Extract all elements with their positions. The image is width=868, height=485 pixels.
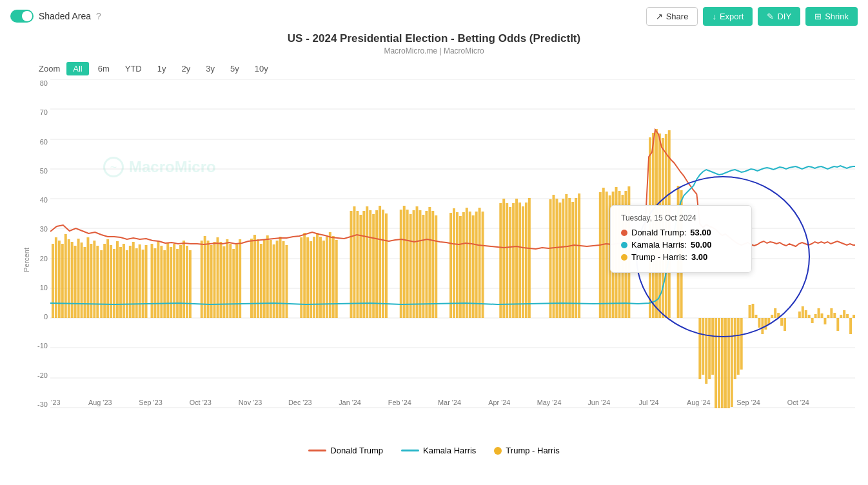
- svg-rect-128: [502, 199, 505, 318]
- svg-rect-84: [313, 237, 315, 318]
- svg-rect-121: [466, 208, 468, 318]
- svg-rect-146: [578, 193, 580, 318]
- shrink-button[interactable]: ⊞ Shrink: [805, 7, 858, 26]
- svg-rect-87: [322, 241, 325, 318]
- svg-rect-116: [449, 213, 452, 318]
- svg-rect-94: [356, 211, 359, 318]
- svg-rect-205: [840, 315, 842, 318]
- svg-rect-27: [100, 250, 103, 318]
- svg-rect-23: [86, 237, 89, 318]
- y-label-neg30: -30: [37, 401, 48, 408]
- zoom-ytd[interactable]: YTD: [119, 62, 148, 75]
- svg-rect-80: [300, 237, 302, 318]
- svg-rect-194: [805, 310, 807, 318]
- svg-rect-55: [201, 241, 203, 318]
- svg-rect-57: [207, 241, 210, 318]
- svg-rect-31: [113, 249, 115, 318]
- spread-dot: [621, 254, 627, 261]
- svg-text:Oct '24: Oct '24: [787, 399, 809, 406]
- zoom-1y[interactable]: 1y: [151, 62, 173, 75]
- y-axis-title: Percent: [23, 248, 30, 272]
- spread-label: Trump - Harris:: [631, 252, 687, 262]
- svg-rect-47: [166, 243, 169, 318]
- spread-value: 3.00: [691, 252, 707, 262]
- svg-rect-18: [71, 242, 74, 318]
- zoom-6m[interactable]: 6m: [92, 62, 116, 75]
- svg-rect-52: [182, 241, 185, 318]
- zoom-controls: Zoom All 6m YTD 1y 2y 3y 5y 10y: [0, 58, 868, 79]
- svg-rect-77: [279, 237, 282, 318]
- svg-rect-46: [163, 250, 166, 318]
- svg-rect-133: [518, 203, 521, 318]
- svg-rect-83: [310, 241, 312, 318]
- svg-rect-187: [771, 315, 773, 318]
- y-label-30: 30: [40, 225, 48, 233]
- svg-rect-180: [749, 305, 751, 318]
- export-button[interactable]: ↓ Export: [703, 7, 753, 26]
- svg-rect-59: [213, 242, 216, 318]
- svg-text:Sep '24: Sep '24: [736, 399, 760, 406]
- svg-rect-96: [362, 211, 365, 318]
- svg-text:Jul '24: Jul '24: [639, 399, 659, 406]
- svg-text:Sep '23: Sep '23: [139, 399, 163, 406]
- svg-rect-111: [422, 215, 424, 318]
- svg-rect-35: [126, 250, 128, 318]
- legend-trump: Donald Trump: [308, 446, 383, 455]
- svg-rect-71: [260, 244, 262, 318]
- svg-rect-90: [332, 236, 335, 318]
- watermark-text: MacroMicro: [129, 158, 216, 176]
- tooltip-row-spread: Trump - Harris: 3.00: [621, 252, 741, 262]
- svg-rect-188: [774, 308, 776, 318]
- svg-rect-50: [176, 249, 179, 318]
- svg-rect-65: [232, 249, 235, 318]
- svg-rect-137: [549, 199, 552, 318]
- y-label-80: 80: [40, 79, 48, 87]
- diy-icon: ✎: [767, 12, 774, 21]
- svg-rect-37: [132, 242, 135, 318]
- y-label-neg20: -20: [37, 371, 48, 379]
- share-button[interactable]: ↗ Share: [646, 7, 698, 26]
- svg-rect-14: [58, 241, 61, 318]
- shaded-area-toggle[interactable]: [10, 10, 34, 23]
- svg-rect-91: [335, 240, 338, 318]
- zoom-3y[interactable]: 3y: [199, 62, 221, 75]
- svg-rect-132: [515, 199, 518, 318]
- svg-rect-86: [319, 237, 322, 318]
- y-label-10: 10: [40, 284, 48, 292]
- svg-rect-82: [306, 237, 309, 318]
- svg-rect-17: [68, 239, 70, 318]
- svg-rect-124: [475, 212, 478, 318]
- svg-rect-76: [276, 241, 279, 318]
- legend-spread-dot: [494, 447, 502, 455]
- svg-rect-41: [145, 245, 148, 318]
- zoom-5y[interactable]: 5y: [224, 62, 246, 75]
- svg-rect-174: [724, 318, 727, 408]
- svg-rect-108: [413, 210, 415, 318]
- svg-rect-26: [96, 246, 99, 318]
- svg-rect-123: [472, 215, 475, 318]
- zoom-2y[interactable]: 2y: [175, 62, 197, 75]
- svg-rect-60: [217, 237, 219, 318]
- svg-rect-56: [204, 236, 206, 318]
- svg-rect-184: [761, 318, 764, 334]
- svg-rect-182: [755, 315, 757, 318]
- svg-rect-130: [509, 207, 511, 318]
- svg-rect-73: [266, 235, 269, 318]
- svg-rect-20: [77, 239, 80, 318]
- svg-rect-69: [253, 235, 256, 318]
- svg-rect-81: [303, 233, 306, 318]
- y-label-20: 20: [40, 255, 48, 262]
- svg-rect-68: [250, 239, 253, 318]
- zoom-10y[interactable]: 10y: [248, 62, 275, 75]
- zoom-all[interactable]: All: [66, 62, 88, 75]
- chart-subtitle: MacroMicro.me | MacroMicro: [0, 46, 868, 55]
- diy-button[interactable]: ✎ DIY: [758, 7, 800, 26]
- svg-rect-70: [257, 239, 259, 318]
- svg-rect-191: [784, 318, 786, 331]
- help-icon[interactable]: ?: [96, 11, 101, 21]
- zoom-label: Zoom: [39, 64, 60, 74]
- svg-rect-167: [702, 318, 704, 375]
- svg-rect-45: [160, 246, 163, 318]
- svg-rect-93: [353, 206, 355, 318]
- tooltip-row-harris: Kamala Harris: 50.00: [621, 240, 741, 250]
